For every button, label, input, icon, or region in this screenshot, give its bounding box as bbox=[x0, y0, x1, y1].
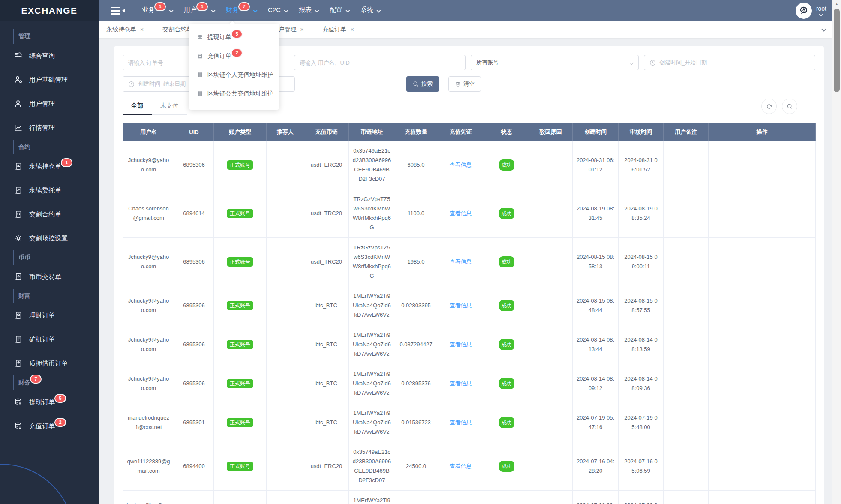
sidebar-item-label: 用户管理 bbox=[29, 100, 55, 108]
subtab-1[interactable]: 未支付 bbox=[152, 98, 187, 115]
recharge-orders-table: 用户名UID账户类型推荐人充值币链币链地址充值数量充值凭证状态驳回原因创建时间审… bbox=[123, 123, 816, 504]
refresh-icon bbox=[766, 103, 772, 110]
clock-icon bbox=[128, 81, 135, 87]
tab-label: 充值订单 bbox=[323, 26, 347, 33]
cell-remark bbox=[664, 189, 709, 238]
dropdown-item-3[interactable]: 区块链公共充值地址维护 bbox=[189, 85, 279, 104]
tab-close-icon[interactable]: × bbox=[140, 27, 144, 33]
subtab-0[interactable]: 全部 bbox=[123, 98, 152, 115]
view-voucher-link[interactable]: 查看信息 bbox=[450, 302, 472, 309]
sidebar-menu: 管理综合查询用户基础管理用户管理行情管理合约永续持仓单1永续委托单交割合约单交割… bbox=[0, 21, 99, 438]
dropdown-item-1[interactable]: 充值订单2 bbox=[189, 47, 279, 66]
page-scrollbar[interactable]: ▲ bbox=[832, 0, 841, 504]
column-search-button[interactable] bbox=[782, 99, 797, 114]
cell-audited: 2024-08-19 08:35:24 bbox=[619, 189, 664, 238]
view-voucher-link[interactable]: 查看信息 bbox=[450, 419, 472, 426]
nav-item-5[interactable]: 配置 bbox=[324, 0, 355, 21]
table-header-row: 用户名UID账户类型推荐人充值币链币链地址充值数量充值凭证状态驳回原因创建时间审… bbox=[123, 123, 816, 141]
nav-item-6[interactable]: 系统 bbox=[355, 0, 386, 21]
cell-account_type: 正式账号 bbox=[214, 141, 267, 189]
cell-chain: btc_BTC bbox=[304, 364, 349, 403]
cell-chain: btc_BTC bbox=[304, 491, 349, 504]
nav-item-4[interactable]: 报表 bbox=[293, 0, 324, 21]
view-voucher-link[interactable]: 查看信息 bbox=[450, 258, 472, 265]
tab-close-icon[interactable]: × bbox=[300, 27, 303, 33]
doc-bars-icon bbox=[14, 162, 23, 171]
cell-address: 1MErfWYa2Ti9UkaNa4Qo7id6kD7AwLW6Vz bbox=[349, 286, 395, 325]
dropdown-item-2[interactable]: 区块链个人充值地址维护 bbox=[189, 66, 279, 85]
sidebar-item-1-0[interactable]: 永续持仓单1 bbox=[0, 154, 99, 178]
cell-referrer bbox=[267, 442, 304, 491]
account-type-select[interactable]: 所有账号 bbox=[471, 55, 639, 70]
sidebar-item-1-3[interactable]: 交割场控设置 bbox=[0, 226, 99, 250]
sidebar-item-3-2[interactable]: 质押借币订单 bbox=[0, 351, 99, 375]
cell-amount: 0.02895376 bbox=[395, 364, 437, 403]
sidebar-item-1-1[interactable]: 永续委托单 bbox=[0, 178, 99, 202]
cell-status: 成功 bbox=[484, 325, 529, 364]
notification-badge: 2 bbox=[231, 48, 243, 57]
sidebar-item-0-0[interactable]: 综合查询 bbox=[0, 44, 99, 68]
nav-item-1[interactable]: 用户1 bbox=[178, 0, 220, 21]
clear-button[interactable]: 清空 bbox=[448, 76, 481, 92]
column-header: 用户备注 bbox=[664, 123, 709, 141]
view-voucher-link[interactable]: 查看信息 bbox=[450, 210, 472, 216]
nav-item-0[interactable]: 业务1 bbox=[136, 0, 178, 21]
sidebar-item-0-2[interactable]: 用户管理 bbox=[0, 92, 99, 116]
notification-badge: 7 bbox=[238, 2, 250, 11]
table-row: Jchucky9@yahoo.com6895306正式账号usdt_TRC20T… bbox=[123, 238, 816, 286]
nav-item-label: 业务 bbox=[142, 6, 155, 14]
tab-close-icon[interactable]: × bbox=[351, 27, 354, 33]
table-row: Jchucky9@yahoo.com6895306正式账号btc_BTC1MEr… bbox=[123, 325, 816, 364]
sidebar-item-0-3[interactable]: 行情管理 bbox=[0, 116, 99, 140]
cell-uid: 6895254 bbox=[174, 491, 214, 504]
nav-item-2[interactable]: 财务7 bbox=[220, 0, 262, 21]
scrollbar-thumb[interactable] bbox=[834, 9, 840, 92]
cell-username: Jchucky9@yahoo.com bbox=[123, 238, 174, 286]
dropdown-item-0[interactable]: 提现订单5 bbox=[189, 28, 279, 47]
sidebar-item-2-0[interactable]: 币币交易单 bbox=[0, 265, 99, 289]
sidebar-item-4-0[interactable]: 提现订单5 bbox=[0, 390, 99, 414]
column-header: 创建时间 bbox=[573, 123, 619, 141]
column-header: 充值数量 bbox=[395, 123, 437, 141]
sidebar-item-0-1[interactable]: 用户基础管理 bbox=[0, 68, 99, 92]
refresh-button[interactable] bbox=[761, 99, 777, 114]
cell-remark bbox=[664, 325, 709, 364]
view-voucher-link[interactable]: 查看信息 bbox=[450, 463, 472, 469]
table-row: Chaos.sorenson@gmail.com6894614正式账号usdt_… bbox=[123, 189, 816, 238]
tabbar-chevron-down-icon[interactable] bbox=[821, 27, 826, 31]
sidebar-item-1-2[interactable]: 交割合约单 bbox=[0, 202, 99, 226]
nav-item-3[interactable]: C2C bbox=[262, 0, 293, 21]
sidebar-item-3-0[interactable]: 理财订单 bbox=[0, 303, 99, 327]
view-voucher-link[interactable]: 查看信息 bbox=[450, 341, 472, 348]
view-voucher-link[interactable]: 查看信息 bbox=[450, 162, 472, 168]
cell-remark bbox=[664, 403, 709, 442]
start-date-input[interactable]: 创建时间_开始日期 bbox=[644, 55, 815, 70]
cell-referrer bbox=[267, 403, 304, 442]
scroll-up-arrow-icon[interactable]: ▲ bbox=[832, 0, 841, 8]
page-tab-0[interactable]: 永续持仓单× bbox=[106, 26, 144, 33]
sidebar-item-4-1[interactable]: 充值订单2 bbox=[0, 414, 99, 438]
sidebar-item-label: 永续委托单 bbox=[29, 186, 61, 195]
gear-icon bbox=[14, 234, 23, 243]
status-badge: 成功 bbox=[499, 208, 514, 219]
cell-username: Jchucky9@yahoo.com bbox=[123, 141, 174, 189]
status-subtabs: 全部未支付 bbox=[123, 98, 187, 115]
cell-uid: 6895306 bbox=[174, 286, 214, 325]
cell-chain: btc_BTC bbox=[304, 325, 349, 364]
cell-remark bbox=[664, 491, 709, 504]
clipboard-icon bbox=[197, 53, 203, 59]
view-voucher-link[interactable]: 查看信息 bbox=[450, 380, 472, 387]
collapse-menu-button[interactable] bbox=[111, 7, 125, 15]
cell-voucher: 查看信息 bbox=[437, 364, 484, 403]
user-uid-input[interactable] bbox=[294, 55, 466, 70]
user-area[interactable]: root bbox=[796, 3, 826, 19]
notification-badge: 7 bbox=[30, 375, 42, 384]
search-button[interactable]: 搜索 bbox=[406, 76, 439, 92]
page-tab-3[interactable]: 充值订单× bbox=[323, 26, 354, 33]
cell-amount: 24500.0 bbox=[395, 442, 437, 491]
sidebar-item-3-1[interactable]: 矿机订单 bbox=[0, 327, 99, 351]
cell-reject_reason bbox=[529, 491, 573, 504]
nav-item-label: C2C bbox=[268, 6, 281, 13]
cell-account_type: 正式账号 bbox=[214, 403, 267, 442]
cell-account_type: 正式账号 bbox=[214, 325, 267, 364]
